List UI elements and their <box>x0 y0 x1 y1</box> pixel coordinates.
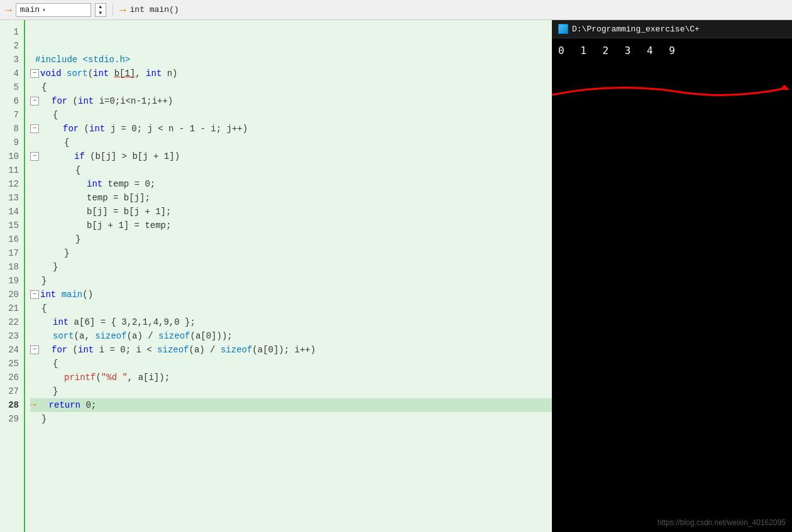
current-function-label: int main() <box>130 5 179 14</box>
brace-9: { <box>64 136 69 149</box>
kw-return: return <box>49 398 80 412</box>
func-main: main <box>62 288 83 301</box>
collapse-btn-10[interactable]: − <box>30 152 39 161</box>
line-num-2: 2 <box>0 39 19 53</box>
line-num-20: 20 <box>0 288 19 301</box>
output-title: D:\Programming_exercise\C+ <box>572 24 700 34</box>
code-editor-panel: 1 2 3 4 5 6 7 8 9 10 11 12 13 14 15 16 1… <box>0 20 552 532</box>
code-line-26: printf ( "%d " , a[i]); <box>30 371 552 384</box>
code-line-6: − for ( int i=0;i<n-1;i++) <box>30 94 552 108</box>
code-line-10: − if (b[j] > b[j + 1]) <box>30 149 552 163</box>
kw-int-param1: int <box>93 67 109 80</box>
code-line-23: sort (a, sizeof (a) / sizeof (a[0])); <box>30 329 552 343</box>
line-stepper[interactable]: ▲ ▼ <box>95 3 106 17</box>
call-sizeof-2: sizeof <box>158 329 190 343</box>
brace-27: } <box>53 384 58 398</box>
line-num-3: 3 <box>0 53 19 67</box>
code-area: 1 2 3 4 5 6 7 8 9 10 11 12 13 14 15 16 1… <box>0 20 552 532</box>
main-nav-arrow: → <box>5 4 12 16</box>
line-num-14: 14 <box>0 205 19 219</box>
collapse-btn-6[interactable]: − <box>30 97 39 106</box>
brace-29: } <box>41 412 47 426</box>
brace-11: { <box>75 163 80 177</box>
brace-21: { <box>41 301 47 315</box>
line-num-1: 1 <box>0 25 19 39</box>
line-num-11: 11 <box>0 163 19 177</box>
line-num-25: 25 <box>0 357 19 371</box>
function-dropdown[interactable]: main ▾ <box>16 3 91 17</box>
kw-int-22: int <box>53 315 69 329</box>
line-num-18: 18 <box>0 260 19 274</box>
chevron-down-icon: ▾ <box>42 6 46 14</box>
brace-7: { <box>53 108 58 122</box>
func-nav-arrow: → <box>119 4 126 16</box>
code-line-24: − for ( int i = 0; i < sizeof (a) / size… <box>30 343 552 357</box>
line-num-9: 9 <box>0 136 19 149</box>
call-sizeof-1: sizeof <box>95 329 126 343</box>
kw-for-8: for <box>63 122 79 136</box>
line-down-button[interactable]: ▼ <box>96 10 106 16</box>
param-b: b[1] <box>114 67 136 80</box>
code-15: b[j + 1] = temp; <box>87 219 171 232</box>
code-line-22: int a[6] = { 3,2,1,4,9,0 }; <box>30 315 552 329</box>
code-line-20: − int main () <box>30 288 552 301</box>
output-numbers: 0 1 2 3 4 9 <box>558 45 786 57</box>
line-num-21: 21 <box>0 301 19 315</box>
code-line-2 <box>30 39 552 53</box>
line-num-26: 26 <box>0 371 19 384</box>
code-13: temp = b[j]; <box>87 191 150 205</box>
code-14: b[j] = b[j + 1]; <box>87 205 171 219</box>
code-line-16: } <box>30 232 552 246</box>
line-num-13: 13 <box>0 191 19 205</box>
kw-int-8: int <box>89 122 105 136</box>
code-line-11: { <box>30 163 552 177</box>
code-line-28: → return 0; <box>30 398 552 412</box>
kw-int-24: int <box>78 343 94 357</box>
code-line-29: } <box>30 412 552 426</box>
line-num-28: 28 <box>0 398 19 412</box>
line-num-5: 5 <box>0 80 19 94</box>
output-panel: D:\Programming_exercise\C+ 0 1 2 3 4 9 h… <box>552 20 792 532</box>
kw-if: if <box>74 149 85 163</box>
brace-17: } <box>64 246 69 260</box>
printf-string: "%d " <box>101 371 128 384</box>
call-sizeof-3: sizeof <box>157 343 189 357</box>
collapse-btn-4[interactable]: − <box>30 69 39 78</box>
line-num-27: 27 <box>0 384 19 398</box>
line-num-7: 7 <box>0 108 19 122</box>
line-num-29: 29 <box>0 412 19 426</box>
brace-5: { <box>41 80 47 94</box>
collapse-btn-8[interactable]: − <box>30 124 39 133</box>
svg-marker-0 <box>779 85 789 90</box>
line-up-button[interactable]: ▲ <box>96 4 106 10</box>
line-num-24: 24 <box>0 343 19 357</box>
collapse-btn-20[interactable]: − <box>30 290 39 299</box>
line-num-22: 22 <box>0 315 19 329</box>
kw-int-param2: int <box>146 67 162 80</box>
code-line-15: b[j + 1] = temp; <box>30 219 552 232</box>
output-body: 0 1 2 3 4 9 https://blog.csdn.net/weixin… <box>552 38 792 532</box>
code-lines[interactable]: #include <stdio.h> − void sort ( int b[1… <box>25 20 552 532</box>
current-line-arrow: → <box>30 398 36 412</box>
collapse-btn-24[interactable]: − <box>30 345 39 354</box>
kw-int-20: int <box>40 288 56 301</box>
code-line-13: temp = b[j]; <box>30 191 552 205</box>
code-line-12: int temp = 0; <box>30 177 552 191</box>
line-num-4: 4 <box>0 67 19 80</box>
line-num-12: 12 <box>0 177 19 191</box>
code-line-5: { <box>30 80 552 94</box>
line-number-gutter: 1 2 3 4 5 6 7 8 9 10 11 12 13 14 15 16 1… <box>0 20 25 532</box>
code-line-21: { <box>30 301 552 315</box>
code-line-19: } <box>30 274 552 288</box>
code-line-3: #include <stdio.h> <box>30 53 552 67</box>
main-content: 1 2 3 4 5 6 7 8 9 10 11 12 13 14 15 16 1… <box>0 20 792 532</box>
kw-for-24: for <box>52 343 67 357</box>
func-sort: sort <box>67 67 88 80</box>
line-num-19: 19 <box>0 274 19 288</box>
call-printf: printf <box>64 371 96 384</box>
toolbar-separator <box>113 4 113 16</box>
line-num-23: 23 <box>0 329 19 343</box>
output-title-bar: D:\Programming_exercise\C+ <box>552 20 792 38</box>
code-line-8: − for ( int j = 0; j < n - 1 - i; j++) <box>30 122 552 136</box>
brace-25: { <box>53 357 58 371</box>
